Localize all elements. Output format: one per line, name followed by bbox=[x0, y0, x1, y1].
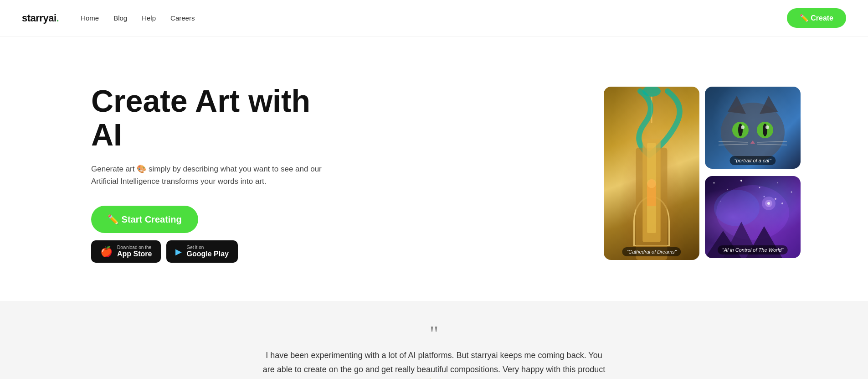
logo: starryai. bbox=[22, 12, 59, 24]
hero-content: Create Art with AI Generate art 🎨 simply… bbox=[91, 84, 328, 263]
svg-point-19 bbox=[714, 182, 715, 184]
google-play-name: Google Play bbox=[186, 250, 228, 258]
cat-label: "portrait of a cat" bbox=[729, 156, 776, 165]
testimonial-text: I have been experimenting with a lot of … bbox=[261, 348, 607, 379]
app-store-text: Download on the App Store bbox=[117, 245, 152, 258]
space-label: "AI in Control of The World" bbox=[718, 245, 788, 254]
play-icon: ▶ bbox=[175, 247, 182, 257]
svg-point-24 bbox=[791, 192, 792, 193]
logo-text: starryai bbox=[22, 12, 56, 24]
navbar: starryai. Home Blog Help Careers ✏️ Crea… bbox=[0, 0, 868, 36]
svg-point-36 bbox=[764, 196, 765, 197]
logo-dot: . bbox=[56, 12, 59, 24]
nav-left: starryai. Home Blog Help Careers bbox=[22, 12, 195, 24]
svg-point-21 bbox=[740, 180, 742, 182]
hero-description: Generate art 🎨 simply by describing what… bbox=[91, 163, 328, 187]
nav-link-blog[interactable]: Blog bbox=[113, 14, 127, 22]
svg-point-28 bbox=[714, 190, 760, 226]
nav-links: Home Blog Help Careers bbox=[81, 14, 195, 22]
svg-point-34 bbox=[767, 202, 770, 205]
start-creating-button[interactable]: ✏️ Start Creating bbox=[91, 206, 198, 233]
art-card-cat: "portrait of a cat" bbox=[705, 87, 801, 169]
svg-point-12 bbox=[741, 125, 745, 129]
apple-icon: 🍎 bbox=[100, 246, 113, 258]
nav-link-help[interactable]: Help bbox=[142, 14, 156, 22]
cathedral-label: "Cathedral of Dreams" bbox=[622, 247, 681, 256]
art-card-space: "AI in Control of The World" bbox=[705, 176, 801, 258]
svg-point-10 bbox=[738, 124, 743, 136]
app-store-prefix: Download on the bbox=[117, 245, 151, 250]
nav-item-home[interactable]: Home bbox=[81, 14, 99, 22]
hero-section: Create Art with AI Generate art 🎨 simply… bbox=[0, 36, 868, 301]
art-card-cathedral: "Cathedral of Dreams" bbox=[604, 87, 699, 260]
nav-item-careers[interactable]: Careers bbox=[170, 14, 195, 22]
svg-point-4 bbox=[647, 179, 656, 188]
nav-link-careers[interactable]: Careers bbox=[170, 14, 195, 22]
svg-point-35 bbox=[775, 198, 776, 200]
google-play-prefix: Get it on bbox=[186, 245, 204, 250]
nav-item-blog[interactable]: Blog bbox=[113, 14, 127, 22]
svg-point-20 bbox=[727, 189, 728, 190]
testimonial-section: " I have been experimenting with a lot o… bbox=[0, 301, 868, 379]
svg-point-11 bbox=[763, 124, 767, 136]
app-store-button[interactable]: 🍎 Download on the App Store bbox=[91, 240, 161, 263]
art-grid: "Cathedral of Dreams" bbox=[604, 87, 801, 260]
google-play-text: Get it on Google Play bbox=[186, 245, 228, 258]
store-buttons: 🍎 Download on the App Store ▶ Get it on … bbox=[91, 240, 328, 263]
app-store-name: App Store bbox=[117, 250, 152, 258]
nav-link-home[interactable]: Home bbox=[81, 14, 99, 22]
hero-title: Create Art with AI bbox=[91, 84, 328, 152]
quote-mark: " bbox=[22, 328, 846, 339]
hero-buttons: ✏️ Start Creating 🍎 Download on the App … bbox=[91, 206, 328, 263]
svg-point-23 bbox=[777, 182, 778, 183]
svg-point-13 bbox=[765, 125, 769, 129]
nav-item-help[interactable]: Help bbox=[142, 14, 156, 22]
cathedral-towers-svg bbox=[604, 139, 699, 260]
create-button[interactable]: ✏️ Create bbox=[787, 8, 846, 28]
google-play-button[interactable]: ▶ Get it on Google Play bbox=[166, 240, 237, 263]
